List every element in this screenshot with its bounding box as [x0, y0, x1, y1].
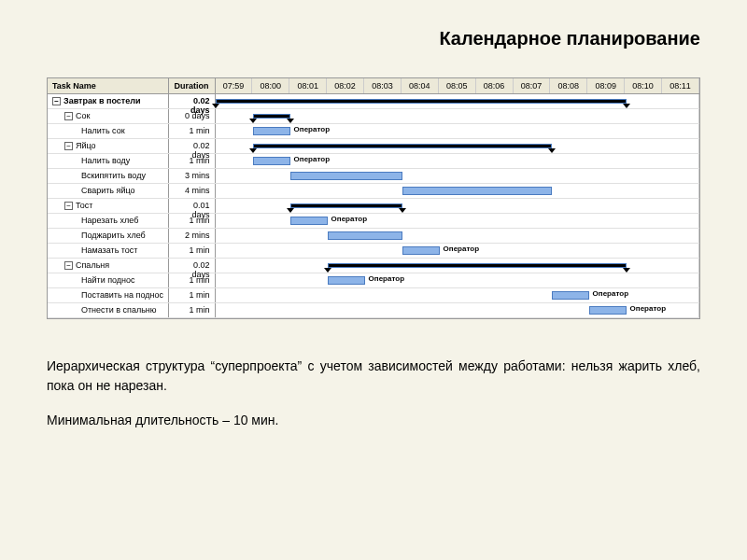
task-bar-area — [216, 94, 699, 108]
task-bar-area: Оператор — [216, 244, 699, 258]
task-name-label: Сварить яйцо — [81, 186, 135, 195]
gantt-row: Сварить яйцо4 mins — [48, 184, 699, 199]
resource-label: Оператор — [630, 304, 666, 313]
task-name-label: Спальня — [76, 260, 109, 270]
task-bar-area — [216, 169, 699, 183]
gantt-row: Нарезать хлеб1 minОператор — [48, 214, 699, 229]
gantt-row: Найти поднос1 minОператор — [48, 273, 699, 288]
time-tick: 08:04 — [402, 78, 439, 93]
task-bar-area: Оператор — [216, 273, 699, 287]
task-duration-cell: 4 mins — [169, 184, 216, 198]
task-name-label: Поставить на поднос — [81, 290, 163, 300]
summary-start-marker — [249, 148, 257, 153]
gantt-row: Налить сок1 minОператор — [48, 124, 699, 139]
gantt-row: Поставить на поднос1 minОператор — [48, 288, 699, 303]
gantt-row: Налить воду1 minОператор — [48, 154, 699, 169]
collapse-icon[interactable]: − — [64, 202, 73, 210]
task-duration-cell: 0.02 days — [169, 139, 216, 153]
time-tick: 08:03 — [364, 78, 402, 93]
time-tick: 08:08 — [550, 78, 587, 93]
task-name-cell: −Сок — [48, 109, 169, 123]
task-name-label: Сок — [76, 111, 90, 120]
task-name-cell: Налить воду — [48, 154, 169, 168]
task-name-label: Поджарить хлеб — [81, 231, 146, 240]
task-duration-cell: 1 min — [169, 124, 216, 138]
task-bar[interactable] — [290, 217, 328, 225]
task-bar-area: Оператор — [216, 154, 699, 168]
task-name-cell: Вскипятить воду — [48, 169, 169, 183]
task-bar[interactable] — [402, 246, 440, 255]
task-bar-area: Оператор — [216, 124, 699, 138]
gantt-header: Task Name Duration 07:5908:0008:0108:020… — [48, 78, 699, 94]
summary-start-marker — [212, 104, 219, 108]
collapse-icon[interactable]: − — [64, 112, 73, 120]
column-task-name: Task Name — [48, 78, 169, 93]
task-name-cell: Намазать тост — [48, 244, 169, 258]
resource-label: Оператор — [444, 245, 479, 253]
task-name-cell: −Яйцо — [48, 139, 169, 153]
time-tick: 08:06 — [476, 78, 514, 93]
task-name-cell: Найти поднос — [48, 273, 169, 287]
task-bar[interactable] — [402, 187, 552, 195]
task-name-cell: Нарезать хлеб — [48, 214, 169, 228]
task-bar[interactable] — [552, 291, 589, 300]
summary-end-marker — [623, 268, 630, 273]
task-duration-cell: 1 min — [169, 288, 216, 302]
task-duration-cell: 1 min — [169, 244, 216, 258]
time-tick: 07:59 — [216, 78, 253, 93]
summary-bar[interactable] — [253, 144, 552, 148]
task-name-label: Намазать тост — [81, 245, 138, 255]
task-bar[interactable] — [253, 127, 290, 135]
task-bar[interactable] — [328, 276, 365, 285]
gantt-row: Отнести в спальню1 minОператор — [48, 303, 699, 318]
gantt-row: −Спальня0.02 days — [48, 259, 699, 273]
task-bar[interactable] — [589, 306, 627, 315]
task-name-label: Отнести в спальню — [81, 305, 157, 315]
task-name-cell: Отнести в спальню — [48, 303, 169, 317]
task-duration-cell: 0.02 days — [169, 94, 216, 108]
task-name-label: Налить воду — [81, 156, 130, 165]
task-bar-area: Оператор — [216, 288, 699, 302]
summary-bar[interactable] — [216, 99, 627, 104]
task-duration-cell: 0.01 days — [169, 199, 216, 213]
task-bar-area: Оператор — [216, 214, 699, 228]
time-tick: 08:11 — [662, 78, 699, 93]
task-bar[interactable] — [253, 157, 290, 165]
page-title: Календарное планирование — [47, 28, 700, 49]
time-tick: 08:02 — [327, 78, 364, 93]
task-duration-cell: 2 mins — [169, 229, 216, 243]
task-bar[interactable] — [290, 172, 402, 180]
time-tick: 08:10 — [625, 78, 662, 93]
time-tick: 08:01 — [289, 78, 327, 93]
task-name-label: Вскипятить воду — [81, 171, 146, 180]
task-bar-area — [216, 109, 699, 123]
collapse-icon[interactable]: − — [52, 97, 61, 105]
task-bar[interactable] — [328, 231, 402, 240]
task-bar-area — [216, 229, 699, 243]
summary-bar[interactable] — [253, 114, 290, 119]
task-bar-area — [216, 259, 699, 273]
gantt-chart: Task Name Duration 07:5908:0008:0108:020… — [47, 77, 700, 319]
summary-end-marker — [399, 208, 406, 213]
task-duration-cell: 3 mins — [169, 169, 216, 183]
gantt-row: −Яйцо0.02 days — [48, 139, 699, 154]
timeline-header: 07:5908:0008:0108:0208:0308:0408:0508:06… — [216, 78, 699, 93]
summary-end-marker — [548, 148, 556, 153]
task-duration-cell: 0.02 days — [169, 259, 216, 273]
task-bar-area — [216, 184, 699, 198]
summary-bar[interactable] — [328, 263, 627, 268]
caption-text: Иерархическая структура “суперпроекта” с… — [47, 357, 700, 396]
task-name-cell: Сварить яйцо — [48, 184, 169, 198]
summary-start-marker — [249, 119, 257, 123]
task-name-label: Тост — [76, 201, 92, 210]
summary-end-marker — [287, 119, 294, 123]
collapse-icon[interactable]: − — [64, 261, 73, 270]
task-duration-cell: 1 min — [169, 154, 216, 168]
collapse-icon[interactable]: − — [64, 142, 73, 150]
gantt-row: Вскипятить воду3 mins — [48, 169, 699, 184]
task-duration-cell: 1 min — [169, 214, 216, 228]
time-tick: 08:00 — [252, 78, 289, 93]
task-duration-cell: 0 days — [169, 109, 216, 123]
gantt-row: Намазать тост1 minОператор — [48, 244, 699, 259]
summary-bar[interactable] — [290, 203, 402, 208]
